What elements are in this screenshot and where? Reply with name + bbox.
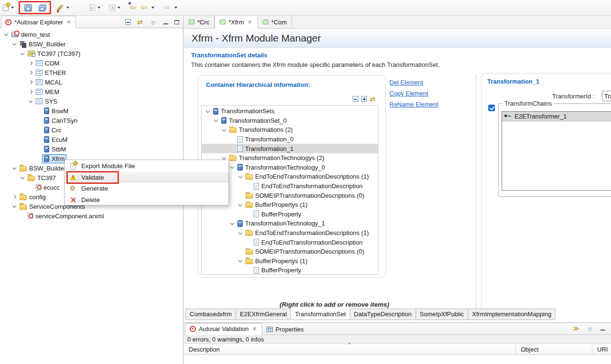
collapse-all-icon[interactable] bbox=[353, 96, 358, 102]
tree-item[interactable]: BufferProperty bbox=[202, 266, 378, 275]
maximize-icon[interactable] bbox=[174, 20, 179, 24]
view-menu-icon[interactable] bbox=[588, 325, 594, 331]
new-wizard-icon[interactable] bbox=[3, 4, 9, 11]
tree-item[interactable]: StbM bbox=[0, 144, 183, 154]
tree-item[interactable]: EndToEndTransformationDescriptions (1) bbox=[202, 228, 378, 238]
tree-item[interactable]: TransformationTechnology_1 bbox=[202, 219, 378, 228]
collapse-arrow-icon[interactable] bbox=[21, 51, 24, 55]
export-disabled-icon[interactable] bbox=[109, 4, 115, 11]
form-page-tab[interactable]: DataTypeDescription bbox=[350, 309, 416, 320]
form-page-tab[interactable]: TransformationSet bbox=[290, 309, 350, 320]
action-link[interactable]: Del Element bbox=[389, 79, 439, 86]
explorer-tab[interactable]: *Autosar Explorer bbox=[1, 16, 76, 28]
view-tab[interactable]: Properties bbox=[262, 323, 308, 335]
expand-all-icon[interactable] bbox=[361, 96, 367, 102]
collapse-arrow-icon[interactable] bbox=[222, 128, 226, 131]
tree-item[interactable]: demo_test bbox=[0, 30, 183, 39]
advance-icon[interactable] bbox=[573, 325, 581, 332]
menu-item[interactable]: Delete bbox=[65, 194, 228, 206]
back-icon[interactable] bbox=[140, 3, 149, 12]
tree-item[interactable]: TC397 (TC397) bbox=[0, 49, 183, 58]
view-menu-icon[interactable] bbox=[151, 19, 157, 25]
form-page-tab[interactable]: XfrmImplementationMapping bbox=[468, 309, 556, 320]
dropdown-icon[interactable] bbox=[174, 7, 177, 9]
dropdown-icon[interactable] bbox=[97, 7, 100, 9]
tree-item[interactable]: ETHER bbox=[0, 68, 183, 77]
tree-item[interactable]: TransformationSets bbox=[202, 107, 378, 116]
collapse-arrow-icon[interactable] bbox=[12, 204, 16, 208]
tree-item[interactable]: COM bbox=[0, 58, 183, 68]
expand-arrow-icon[interactable] bbox=[29, 61, 32, 65]
dropdown-icon[interactable] bbox=[151, 7, 154, 9]
save-all-icon[interactable] bbox=[39, 5, 45, 11]
tree-item[interactable]: MEM bbox=[0, 87, 183, 96]
tree-item[interactable]: SOMEIPTransformationDescriptions (0) bbox=[202, 247, 378, 257]
transformer-id-input[interactable] bbox=[602, 91, 611, 101]
collapse-arrow-icon[interactable] bbox=[238, 202, 242, 206]
tree-item[interactable]: Transformation_0 bbox=[202, 135, 378, 144]
tree-item[interactable]: TransformationSet_0 bbox=[202, 116, 378, 126]
close-icon[interactable] bbox=[252, 325, 257, 332]
collapse-arrow-icon[interactable] bbox=[12, 42, 16, 45]
editor-tab[interactable]: *Com bbox=[258, 16, 292, 28]
view-tab[interactable]: Autosar Validation bbox=[185, 323, 262, 335]
dropdown-icon[interactable] bbox=[118, 7, 120, 9]
editor-tab[interactable]: *Xfrm bbox=[214, 16, 258, 29]
tree-item[interactable]: BswM bbox=[0, 106, 183, 116]
tree-item[interactable]: EndToEndTransformationDescription bbox=[202, 237, 378, 247]
tree-item[interactable]: CanTSyn bbox=[0, 116, 183, 125]
collapse-arrow-icon[interactable] bbox=[238, 230, 242, 234]
expand-arrow-icon[interactable] bbox=[29, 71, 32, 75]
tree-item[interactable]: EcuM bbox=[0, 135, 183, 144]
save-icon[interactable] bbox=[24, 4, 32, 11]
tree-item[interactable]: SYS bbox=[0, 96, 183, 106]
collapse-arrow-icon[interactable] bbox=[222, 156, 226, 160]
forward-icon[interactable] bbox=[163, 3, 172, 12]
collapse-arrow-icon[interactable] bbox=[206, 109, 210, 113]
collapse-arrow-icon[interactable] bbox=[238, 258, 242, 262]
transform-chain-item[interactable]: E2ETransformer_1 bbox=[502, 112, 611, 121]
tree-item[interactable]: MCAL bbox=[0, 77, 183, 87]
form-page-tab[interactable]: SomeIpXfPublic bbox=[416, 309, 469, 320]
close-icon[interactable] bbox=[247, 19, 253, 26]
column-uri[interactable]: URI bbox=[592, 344, 611, 354]
collapse-arrow-icon[interactable] bbox=[29, 99, 32, 103]
tree-item[interactable]: BufferProperty bbox=[202, 210, 378, 219]
collapse-arrow-icon[interactable] bbox=[238, 174, 242, 178]
refresh-icon[interactable] bbox=[370, 95, 378, 103]
tree-item[interactable]: BSW_Builder bbox=[0, 39, 183, 49]
expand-arrow-icon[interactable] bbox=[12, 195, 16, 199]
expand-arrow-icon[interactable] bbox=[29, 90, 32, 94]
editor-tab[interactable]: *Crc bbox=[184, 16, 214, 28]
transform-chains-checkbox[interactable] bbox=[488, 105, 495, 111]
form-page-tab[interactable]: E2EXfrmGeneral bbox=[236, 309, 291, 320]
form-page-tab[interactable]: Combasedxfrm bbox=[185, 309, 236, 320]
dropdown-icon[interactable] bbox=[66, 7, 69, 9]
collapse-all-icon[interactable] bbox=[125, 19, 131, 25]
tree-item[interactable]: serviceComponent.arxml bbox=[0, 211, 183, 221]
tree-item[interactable]: Crc bbox=[0, 125, 183, 135]
tree-item[interactable]: BufferPropertys (1) bbox=[202, 257, 378, 266]
minimize-icon[interactable] bbox=[163, 20, 168, 24]
link-with-editor-icon[interactable] bbox=[137, 18, 145, 26]
collapse-arrow-icon[interactable] bbox=[4, 32, 8, 36]
dropdown-icon[interactable] bbox=[11, 7, 14, 9]
collapse-arrow-icon[interactable] bbox=[214, 118, 218, 122]
menu-item[interactable]: Export Module File bbox=[65, 161, 228, 172]
import-disabled-icon[interactable] bbox=[89, 4, 95, 11]
action-link[interactable]: Copy Element bbox=[389, 90, 439, 97]
tree-item[interactable]: Transformations (2) bbox=[202, 125, 378, 135]
menu-item[interactable]: Generate bbox=[65, 183, 228, 194]
column-object[interactable]: Object bbox=[516, 344, 592, 354]
menu-item[interactable]: Validate bbox=[65, 172, 228, 183]
collapse-arrow-icon[interactable] bbox=[230, 221, 234, 225]
run-icon[interactable] bbox=[57, 4, 63, 11]
last-edit-location-icon[interactable] bbox=[129, 3, 138, 12]
collapse-arrow-icon[interactable] bbox=[230, 165, 234, 169]
collapse-arrow-icon[interactable] bbox=[12, 166, 16, 170]
collapse-arrow-icon[interactable] bbox=[21, 175, 24, 179]
close-icon[interactable] bbox=[66, 19, 72, 26]
action-link[interactable]: ReName Element bbox=[389, 101, 439, 108]
minimize-icon[interactable] bbox=[600, 326, 605, 331]
tree-item[interactable]: Transformation_1 bbox=[202, 144, 378, 153]
